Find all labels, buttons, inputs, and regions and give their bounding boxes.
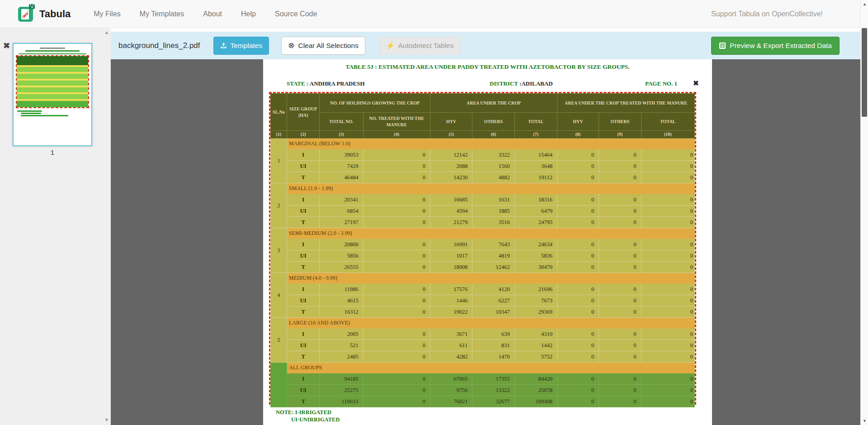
value-cell: 0 [641, 262, 694, 273]
value-cell: 2005 [320, 329, 363, 340]
value-cell: 0 [599, 385, 641, 396]
value-cell: 5836 [514, 250, 557, 262]
value-cell: 4615 [320, 295, 363, 306]
value-cell: 9756 [430, 385, 472, 396]
pdf-page-number-label: PAGE NO. 1 [645, 80, 677, 87]
table-row: UI68540459418856479000 [271, 205, 695, 217]
nav-about[interactable]: About [193, 10, 231, 18]
thumb-mini-table [17, 56, 88, 107]
table-grid-icon [719, 42, 726, 49]
value-cell: 0 [599, 284, 641, 295]
value-cell: 0 [363, 351, 430, 363]
navbar: Tabula My Files My Templates About Help … [0, 0, 868, 28]
table-row: T46484014230488219112000 [271, 172, 695, 183]
clear-all-selections-button[interactable]: ⊗ Clear All Selections [281, 37, 365, 55]
value-cell: 76821 [430, 396, 472, 407]
value-cell: 0 [363, 149, 430, 161]
value-cell: 6479 [514, 205, 557, 217]
nav-links: My Files My Templates About Help Source … [84, 10, 326, 18]
row-type-cell: I [287, 329, 320, 340]
table-body: 1MARGINAL (BELOW 1.0)I390530121423322154… [271, 138, 695, 407]
value-cell: 0 [557, 262, 599, 273]
page-thumbnail[interactable] [13, 43, 92, 146]
nav-my-templates[interactable]: My Templates [130, 10, 193, 18]
col-header-total2: TOTAL [641, 113, 694, 131]
row-type-cell: UI [287, 340, 320, 351]
value-cell: 2088 [430, 161, 472, 172]
row-type-cell: T [287, 262, 320, 273]
value-cell: 21696 [514, 284, 557, 295]
value-cell: 21279 [430, 217, 472, 228]
table-row: UI52106118311442000 [271, 340, 695, 351]
group-band-row: 1MARGINAL (BELOW 1.0) [271, 138, 695, 149]
thumb-note-bar [17, 110, 42, 112]
col-header-others2: OTHERS [599, 113, 641, 131]
nav-source-code[interactable]: Source Code [265, 10, 326, 18]
value-cell: 0 [599, 217, 641, 228]
value-cell: 0 [599, 250, 641, 262]
value-cell: 0 [641, 340, 694, 351]
row-type-cell: UI [287, 205, 320, 217]
selection-close-icon[interactable]: ✖ [693, 79, 699, 87]
value-cell: 17355 [472, 373, 514, 385]
sidebar-scroll-up-icon[interactable]: ▲ [104, 30, 109, 35]
value-cell: 0 [641, 396, 694, 407]
value-cell: 84420 [514, 373, 557, 385]
toolbar-top-strip [111, 28, 860, 32]
brand-link[interactable]: Tabula [18, 4, 71, 24]
sl-no-cell: 1 [271, 138, 287, 183]
col-number: (10) [641, 131, 694, 138]
value-cell: 39053 [320, 149, 363, 161]
size-group-band: LARGE (10 AND ABOVE) [287, 318, 695, 329]
value-cell: 0 [363, 262, 430, 273]
size-group-band: MEDIUM (4.0 - 9.99) [287, 273, 695, 284]
col-number: (7) [514, 131, 557, 138]
value-cell: 16685 [430, 194, 472, 205]
nav-my-files[interactable]: My Files [84, 10, 130, 18]
scrollbar-thumb[interactable] [862, 28, 867, 117]
support-link[interactable]: Support Tabula on OpenCollective! [711, 10, 823, 18]
group-band-row: ALL GROUPS [271, 363, 695, 373]
table-row: T11903307682132677109498000 [271, 396, 695, 407]
size-group-band: SEMI-MEDIUM (2.0 - 3.99) [287, 228, 695, 239]
value-cell: 10347 [472, 306, 514, 318]
table-selection-region[interactable]: SL.No SIZE GROUP (HA) NO. OF HOLDINGS GR… [269, 92, 696, 405]
value-cell: 20800 [320, 239, 363, 250]
value-cell: 611 [430, 340, 472, 351]
autodetect-tables-button[interactable]: ⚡ Autodetect Tables [379, 37, 461, 55]
value-cell: 4120 [472, 284, 514, 295]
col-header-hyv: HYV [430, 113, 472, 131]
scroll-down-icon[interactable]: ▼ [861, 419, 868, 423]
remove-page-icon[interactable]: ✖ [3, 41, 10, 51]
value-cell: 12142 [430, 149, 472, 161]
value-cell: 831 [472, 340, 514, 351]
value-cell: 0 [363, 194, 430, 205]
table-row: UI58560101748195836000 [271, 250, 695, 262]
value-cell: 0 [599, 306, 641, 318]
row-type-cell: UI [287, 250, 320, 262]
value-cell: 1560 [472, 161, 514, 172]
templates-button[interactable]: Templates [213, 37, 269, 55]
nav-help[interactable]: Help [231, 10, 265, 18]
row-type-cell: T [287, 217, 320, 228]
window-scrollbar[interactable]: ▲ ▼ [860, 0, 868, 425]
preview-export-button[interactable]: Preview & Export Extracted Data [711, 37, 840, 55]
value-cell: 0 [641, 172, 694, 183]
value-cell: 0 [599, 373, 641, 385]
value-cell: 0 [641, 149, 694, 161]
value-cell: 0 [641, 295, 694, 306]
thumb-meta-bar [19, 53, 86, 54]
pdf-viewer-area: TABLE 5J : ESTIMATED AREA UNDER PADDY TR… [111, 59, 860, 425]
row-type-cell: UI [287, 385, 320, 396]
value-cell: 25078 [514, 385, 557, 396]
col-header-size-group: SIZE GROUP (HA) [287, 94, 320, 131]
value-cell: 18316 [514, 194, 557, 205]
value-cell: 14230 [430, 172, 472, 183]
thumb-title-bar [40, 48, 65, 49]
sidebar-scroll-down-icon[interactable]: ▼ [104, 417, 109, 422]
scroll-up-icon[interactable]: ▲ [861, 2, 868, 6]
value-cell: 0 [363, 172, 430, 183]
col-header-slno: SL.No [271, 94, 287, 131]
value-cell: 0 [641, 385, 694, 396]
sl-no-cell: 3 [271, 228, 287, 273]
